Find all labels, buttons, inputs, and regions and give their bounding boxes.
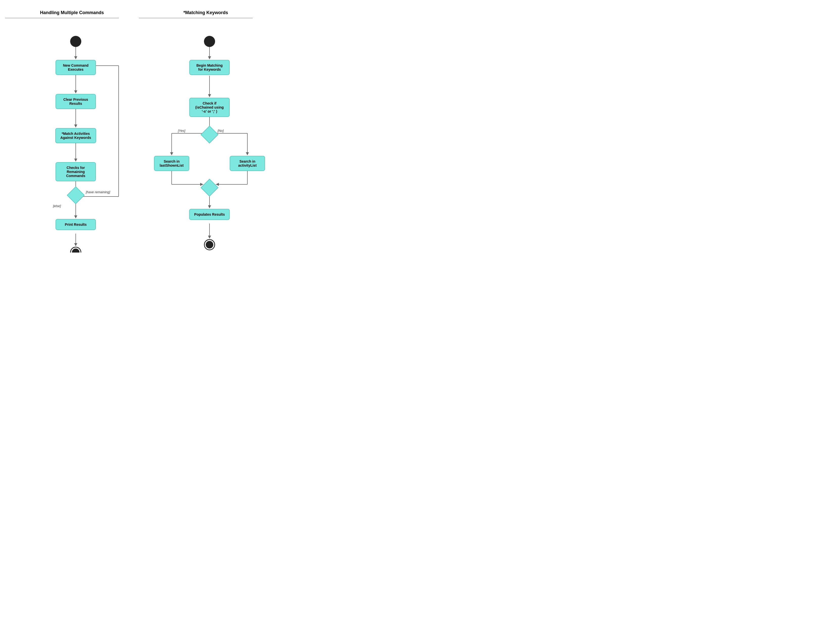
svg-text:[No]: [No] <box>217 129 224 133</box>
svg-marker-21 <box>208 56 211 60</box>
clear-prev-node: Clear PreviousResults <box>56 94 96 109</box>
left-title: Handling Multiple Commands <box>5 10 139 15</box>
new-command-node: New CommandExecutes <box>56 60 96 75</box>
left-end-node <box>70 247 81 253</box>
check-chained-node: Check if(isChained using'-s' or ';' ) <box>189 98 230 117</box>
svg-marker-23 <box>208 94 211 97</box>
print-results-node: Print Results <box>56 219 96 230</box>
search-act-node: Search inactivityList <box>230 156 265 171</box>
svg-text:[have remaining]: [have remaining] <box>85 190 110 194</box>
svg-marker-13 <box>74 243 77 246</box>
begin-matching-node: Begin Matchingfor Keywords <box>189 60 230 75</box>
svg-marker-28 <box>170 152 173 155</box>
svg-marker-39 <box>208 205 211 208</box>
svg-marker-7 <box>74 159 77 162</box>
svg-marker-31 <box>246 152 249 155</box>
left-diamond <box>67 187 85 204</box>
right-diamond2 <box>201 179 219 197</box>
right-diamond1 <box>201 126 219 144</box>
right-diagram: *Matching Keywords <box>139 8 273 245</box>
svg-text:[Yes]: [Yes] <box>178 129 185 133</box>
svg-marker-11 <box>74 216 77 219</box>
svg-marker-3 <box>74 90 77 93</box>
svg-text:[else]: [else] <box>53 204 61 208</box>
populates-results-node: Populates Results <box>189 209 230 220</box>
search-last-node: Search inlastShownList <box>154 156 189 171</box>
right-end-node <box>204 239 215 250</box>
check-remaining-node: Checks forRemainingCommands <box>56 162 96 181</box>
left-diagram: Handling Multiple Commands <box>5 8 139 245</box>
right-start-node <box>204 36 215 47</box>
svg-marker-41 <box>208 236 211 239</box>
match-activities-node: *Match ActivitiesAgainst Keywords <box>55 128 96 143</box>
svg-marker-1 <box>74 56 77 60</box>
right-title: *Matching Keywords <box>139 10 273 15</box>
svg-marker-5 <box>74 124 77 127</box>
left-start-node <box>70 36 81 47</box>
